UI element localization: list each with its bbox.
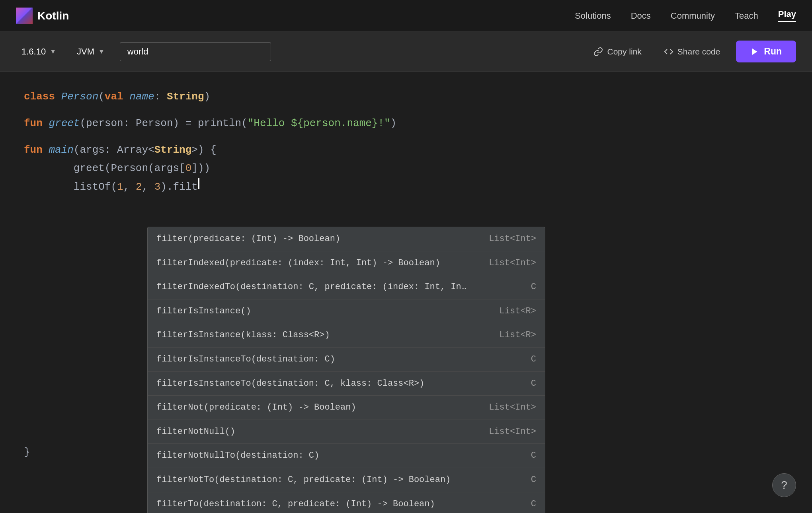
nav-community[interactable]: Community <box>671 11 715 21</box>
ac-item-8[interactable]: filterNotNull() List<Int> <box>148 420 545 444</box>
autocomplete-dropdown[interactable]: filter(predicate: (Int) -> Boolean) List… <box>147 227 545 513</box>
nav-play[interactable]: Play <box>778 9 796 22</box>
logo[interactable]: Kotlin <box>16 8 69 24</box>
ac-return-6: C <box>531 376 536 392</box>
run-label: Run <box>764 46 782 57</box>
ac-func-1: filterIndexed(predicate: (index: Int, In… <box>156 255 440 271</box>
ac-func-3: filterIsInstance() <box>156 303 251 319</box>
code-line-3: fun greet(person: Person) = println("Hel… <box>24 114 788 133</box>
ac-return-3: List<R> <box>500 303 536 319</box>
ac-item-6[interactable]: filterIsInstanceTo(destination: C, klass… <box>148 372 545 396</box>
share-code-button[interactable]: Share code <box>658 43 726 60</box>
help-button[interactable]: ? <box>772 473 796 497</box>
ac-return-2: C <box>531 279 536 295</box>
ac-item-4[interactable]: filterIsInstance(klass: Class<R>) List<R… <box>148 323 545 348</box>
code-icon <box>664 47 673 56</box>
nav-teach[interactable]: Teach <box>735 11 758 21</box>
ac-item-7[interactable]: filterNot(predicate: (Int) -> Boolean) L… <box>148 396 545 420</box>
ac-func-6: filterIsInstanceTo(destination: C, klass… <box>156 376 424 392</box>
ac-item-11[interactable]: filterTo(destination: C, predicate: (Int… <box>148 492 545 513</box>
ac-func-4: filterIsInstance(klass: Class<R>) <box>156 327 330 343</box>
ac-item-0[interactable]: filter(predicate: (Int) -> Boolean) List… <box>148 227 545 251</box>
ac-func-8: filterNotNull() <box>156 424 235 440</box>
project-name-input[interactable] <box>120 42 271 61</box>
ac-return-8: List<Int> <box>489 424 536 440</box>
code-line-7: listOf(1, 2, 3).filt <box>24 178 788 196</box>
code-editor[interactable]: class Person(val name: String) fun greet… <box>0 72 812 478</box>
ac-return-10: C <box>531 472 536 488</box>
kotlin-logo-icon <box>16 8 33 24</box>
ac-return-9: C <box>531 448 536 464</box>
ac-item-5[interactable]: filterIsInstanceTo(destination: C) C <box>148 348 545 372</box>
ac-func-10: filterNotTo(destination: C, predicate: (… <box>156 472 451 488</box>
share-code-label: Share code <box>677 47 720 56</box>
play-icon <box>750 47 759 56</box>
text-cursor <box>198 178 199 189</box>
ac-func-11: filterTo(destination: C, predicate: (Int… <box>156 496 435 512</box>
help-label: ? <box>781 479 787 492</box>
ac-return-7: List<Int> <box>489 400 536 416</box>
version-dropdown[interactable]: 1.6.10 ▼ <box>16 43 62 61</box>
ac-return-5: C <box>531 352 536 367</box>
copy-link-button[interactable]: Copy link <box>587 43 648 60</box>
target-dropdown[interactable]: JVM ▼ <box>71 43 110 61</box>
ac-func-0: filter(predicate: (Int) -> Boolean) <box>156 231 340 247</box>
ac-item-10[interactable]: filterNotTo(destination: C, predicate: (… <box>148 468 545 492</box>
ac-func-7: filterNot(predicate: (Int) -> Boolean) <box>156 400 356 416</box>
logo-text: Kotlin <box>37 10 69 22</box>
copy-link-label: Copy link <box>607 47 641 56</box>
navbar: Kotlin Solutions Docs Community Teach Pl… <box>0 0 812 32</box>
ac-return-1: List<Int> <box>489 255 536 271</box>
nav-solutions[interactable]: Solutions <box>575 11 611 21</box>
ac-item-1[interactable]: filterIndexed(predicate: (index: Int, In… <box>148 251 545 276</box>
version-label: 1.6.10 <box>21 47 46 57</box>
ac-return-11: C <box>531 496 536 512</box>
target-label: JVM <box>77 47 94 57</box>
nav-docs[interactable]: Docs <box>631 11 651 21</box>
ac-return-4: List<R> <box>500 327 536 343</box>
code-line-1: class Person(val name: String) <box>24 87 788 106</box>
svg-marker-2 <box>752 48 757 55</box>
toolbar: 1.6.10 ▼ JVM ▼ Copy link Share code Run <box>0 32 812 72</box>
nav-links: Solutions Docs Community Teach Play <box>575 9 796 22</box>
run-button[interactable]: Run <box>736 41 796 62</box>
ac-func-2: filterIndexedTo(destination: C, predicat… <box>156 279 467 295</box>
ac-func-5: filterIsInstanceTo(destination: C) <box>156 352 335 367</box>
ac-item-2[interactable]: filterIndexedTo(destination: C, predicat… <box>148 275 545 299</box>
code-line-6: greet(Person(args[0])) <box>24 159 788 178</box>
kw-class: class <box>24 87 61 106</box>
ac-item-9[interactable]: filterNotNullTo(destination: C) C <box>148 444 545 468</box>
code-line-5: fun main(args: Array<String>) { <box>24 141 788 159</box>
target-arrow-icon: ▼ <box>98 48 105 55</box>
ac-func-9: filterNotNullTo(destination: C) <box>156 448 319 464</box>
ac-return-0: List<Int> <box>489 231 536 247</box>
ac-item-3[interactable]: filterIsInstance() List<R> <box>148 299 545 324</box>
version-arrow-icon: ▼ <box>50 48 56 55</box>
link-icon <box>593 47 603 56</box>
